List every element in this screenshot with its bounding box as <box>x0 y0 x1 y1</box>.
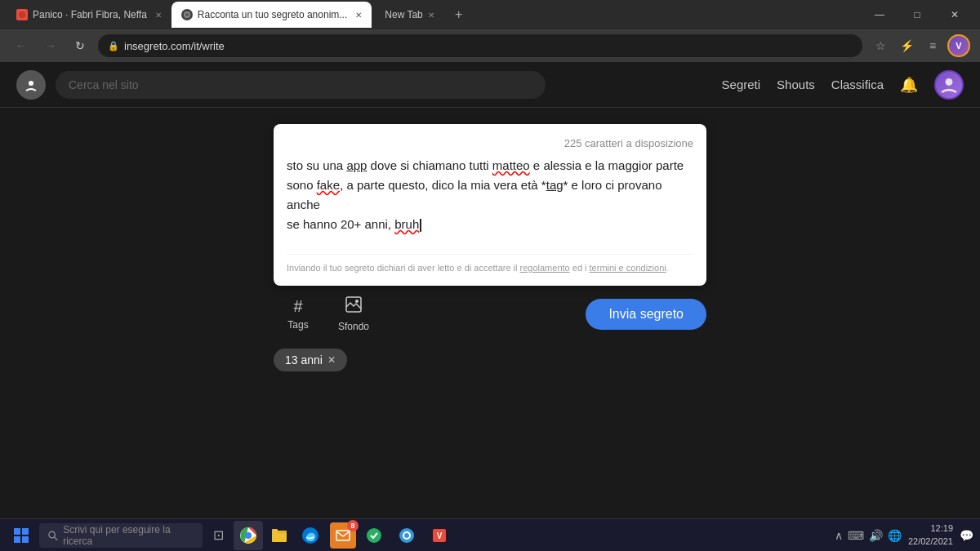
tab-label-panico: Panico · Fabri Fibra, Neffa <box>33 9 147 20</box>
text-cursor <box>420 219 421 232</box>
address-bar: ← → ↻ 🔒 insegreto.com/it/write ☆ ⚡ ≡ V <box>0 29 980 62</box>
write-disclaimer: Inviando il tuo segreto dichiari di aver… <box>287 254 693 273</box>
minimize-button[interactable]: — <box>861 2 898 28</box>
search-input[interactable] <box>56 71 546 99</box>
svg-rect-12 <box>22 536 29 543</box>
title-bar: Panico · Fabri Fibra, Neffa ✕ Racconta u… <box>0 0 980 29</box>
svg-rect-9 <box>14 528 20 535</box>
taskbar-apps <box>234 521 325 550</box>
tags-button[interactable]: # Tags <box>274 297 323 331</box>
disclaimer-middle: ed i <box>570 263 590 273</box>
submit-button[interactable]: Invia segreto <box>586 299 706 330</box>
svg-text:V: V <box>437 531 443 540</box>
nav-links: Segreti Shouts Classifica 🔔 <box>722 70 964 100</box>
task-view-button[interactable]: ⊡ <box>206 523 230 548</box>
system-tray: ∧ ⌨ 🔊 🌐 12:19 22/02/2021 💬 <box>835 522 973 548</box>
tray-up-arrow[interactable]: ∧ <box>835 529 843 542</box>
taskbar-app-extra3[interactable]: V <box>425 521 454 550</box>
forward-button[interactable]: → <box>39 34 62 57</box>
tray-notifications[interactable]: 💬 <box>960 529 973 542</box>
reload-button[interactable]: ↻ <box>69 34 91 57</box>
tag-chip-label: 13 anni <box>285 353 323 367</box>
svg-rect-11 <box>14 536 20 543</box>
taskbar-search-text: Scrivi qui per eseguire la ricerca <box>63 524 194 547</box>
notification-icon[interactable]: 🔔 <box>900 76 918 94</box>
taskbar-app-edge[interactable] <box>296 521 325 550</box>
underlined-app: app <box>346 158 367 172</box>
back-button[interactable]: ← <box>10 34 33 57</box>
taskbar-app-explorer[interactable] <box>265 521 294 550</box>
site-logo[interactable] <box>16 70 46 100</box>
write-textarea[interactable]: sto su una app dove si chiamano tutti ma… <box>287 156 693 238</box>
url-bar[interactable]: 🔒 insegreto.com/it/write <box>98 34 862 57</box>
secure-icon: 🔒 <box>108 41 119 51</box>
tag-chip-remove[interactable]: ✕ <box>327 354 336 366</box>
nav-link-classifica[interactable]: Classifica <box>831 78 884 91</box>
svg-point-2 <box>185 13 189 16</box>
disclaimer-text: Inviando il tuo segreto dichiari di aver… <box>287 263 520 273</box>
site-navbar: Segreti Shouts Classifica 🔔 <box>0 62 980 108</box>
taskbar: Scrivi qui per eseguire la ricerca ⊡ <box>0 518 980 551</box>
nav-link-shouts[interactable]: Shouts <box>777 78 815 91</box>
taskbar-app-chrome[interactable] <box>234 521 263 550</box>
bookmark-icon[interactable]: ☆ <box>869 34 892 57</box>
disclaimer-end: . <box>666 263 669 273</box>
svg-point-17 <box>246 532 252 538</box>
char-count: 225 caratteri a disposizione <box>287 137 693 149</box>
address-actions: ☆ ⚡ ≡ V <box>869 34 970 57</box>
site-content: Segreti Shouts Classifica 🔔 225 caratter… <box>0 62 980 518</box>
svg-rect-20 <box>272 529 278 532</box>
profile-avatar[interactable]: V <box>947 34 970 57</box>
tab-label-insegreto: Racconta un tuo segreto anonim... <box>198 9 347 20</box>
taskbar-app-extra2[interactable] <box>392 521 421 550</box>
svg-point-8 <box>355 300 359 303</box>
start-button[interactable] <box>7 521 36 550</box>
underlined-matteo: matteo <box>492 158 530 172</box>
user-avatar[interactable] <box>934 70 964 100</box>
write-area: 225 caratteri a disposizione sto su una … <box>0 108 980 518</box>
tray-keyboard[interactable]: ⌨ <box>848 529 864 542</box>
tab-close-panico[interactable]: ✕ <box>155 11 162 20</box>
svg-point-13 <box>49 531 56 538</box>
svg-point-6 <box>946 78 953 86</box>
tab-close-new[interactable]: ✕ <box>428 11 434 20</box>
mail-badge: 8 <box>347 520 359 531</box>
tab-close-insegreto[interactable]: ✕ <box>355 11 362 20</box>
sfondo-label: Sfondo <box>338 321 369 332</box>
disclaimer-link-termini[interactable]: termini e condizioni <box>590 263 666 273</box>
svg-rect-22 <box>336 531 350 540</box>
taskbar-app-mail[interactable]: 8 <box>330 522 356 549</box>
tray-icons: ∧ ⌨ 🔊 🌐 <box>835 529 902 542</box>
underlined-tag: tag <box>546 178 564 192</box>
sfondo-button[interactable]: Sfondo <box>329 295 378 332</box>
text-line2: sono fake, a parte questo, dico la mia v… <box>287 178 662 211</box>
url-text: insegreto.com/it/write <box>124 40 225 52</box>
text-line1: sto su una app dove si chiamano tutti ma… <box>287 158 684 172</box>
extension-icon[interactable]: ⚡ <box>895 34 918 57</box>
tag-chip-13anni[interactable]: 13 anni ✕ <box>274 349 347 371</box>
new-tab-button[interactable]: + <box>448 3 470 26</box>
maximize-button[interactable]: □ <box>898 2 936 28</box>
tab-favicon-insegreto <box>181 9 193 20</box>
tags-icon: # <box>293 297 302 316</box>
tab-favicon-panico <box>16 9 28 20</box>
tab-panico[interactable]: Panico · Fabri Fibra, Neffa ✕ <box>7 2 172 28</box>
tab-label-new: New Tab <box>385 9 422 20</box>
taskbar-app-extra1[interactable] <box>359 521 389 550</box>
site-search-container <box>56 71 546 99</box>
disclaimer-link-regolamento[interactable]: regolamento <box>520 263 570 273</box>
system-clock[interactable]: 12:19 22/02/2021 <box>908 522 953 548</box>
menu-icon[interactable]: ≡ <box>921 34 944 57</box>
tray-network[interactable]: 🌐 <box>888 529 902 542</box>
nav-link-segreti[interactable]: Segreti <box>722 78 761 91</box>
svg-line-14 <box>54 536 57 540</box>
svg-rect-10 <box>22 528 29 535</box>
close-button[interactable]: ✕ <box>936 2 973 28</box>
underlined-fake: fake <box>317 178 340 192</box>
tray-volume[interactable]: 🔊 <box>869 529 883 542</box>
browser-frame: Panico · Fabri Fibra, Neffa ✕ Racconta u… <box>0 0 980 551</box>
tags-area: 13 anni ✕ <box>274 349 706 371</box>
taskbar-search[interactable]: Scrivi qui per eseguire la ricerca <box>39 523 203 548</box>
tab-new[interactable]: New Tab ✕ <box>372 3 447 26</box>
tab-insegreto[interactable]: Racconta un tuo segreto anonim... ✕ <box>172 2 372 28</box>
